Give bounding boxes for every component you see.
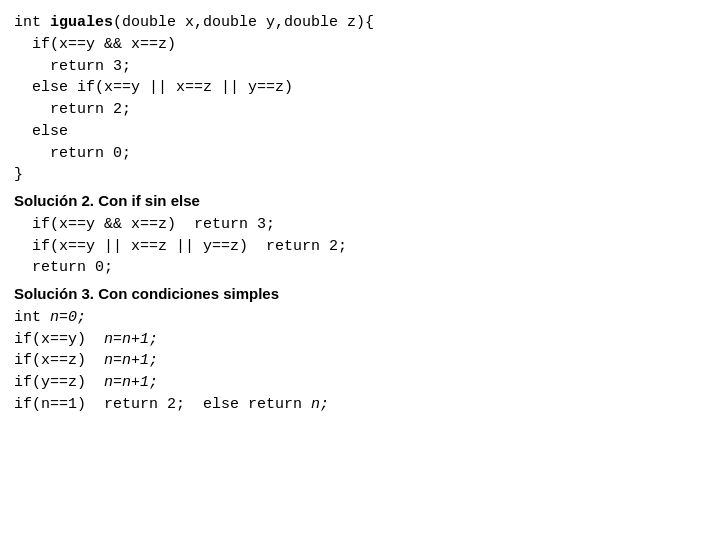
sol2-line-1: if(x==y && x==z) return 3; bbox=[14, 214, 706, 236]
code-line-4: else if(x==y || x==z || y==z) bbox=[14, 77, 706, 99]
sol2-line-2: if(x==y || x==z || y==z) return 2; bbox=[14, 236, 706, 258]
code-line-5: return 2; bbox=[14, 99, 706, 121]
code-line-7: return 0; bbox=[14, 143, 706, 165]
function-params: (double x,double y,double z){ bbox=[113, 14, 374, 31]
sol3-line-1: int n=0; bbox=[14, 307, 706, 329]
code-container: int iguales(double x,double y,double z){… bbox=[14, 12, 706, 416]
function-name: iguales bbox=[50, 14, 113, 31]
sol3-line-3: if(x==z) n=n+1; bbox=[14, 350, 706, 372]
sol3-line-5: if(n==1) return 2; else return n; bbox=[14, 394, 706, 416]
code-line-8: } bbox=[14, 164, 706, 186]
code-line-2: if(x==y && x==z) bbox=[14, 34, 706, 56]
sol3-line-2: if(x==y) n=n+1; bbox=[14, 329, 706, 351]
sol3-line-4: if(y==z) n=n+1; bbox=[14, 372, 706, 394]
code-line-6: else bbox=[14, 121, 706, 143]
solution3-header: Solución 3. Con condiciones simples bbox=[14, 283, 706, 305]
code-line-1: int iguales(double x,double y,double z){ bbox=[14, 12, 706, 34]
code-line-3: return 3; bbox=[14, 56, 706, 78]
solution2-header: Solución 2. Con if sin else bbox=[14, 190, 706, 212]
keyword-int: int bbox=[14, 14, 50, 31]
sol2-line-3: return 0; bbox=[14, 257, 706, 279]
